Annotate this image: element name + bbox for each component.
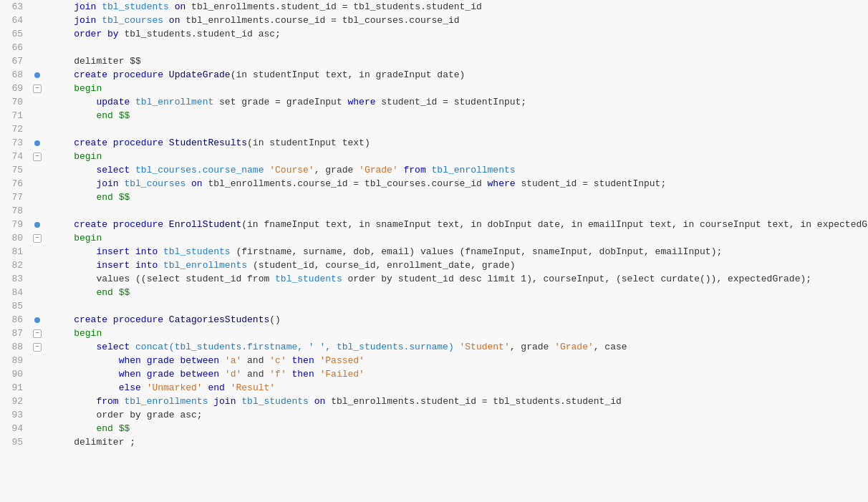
code-token: dobInput: [599, 246, 644, 257]
code-line: begin: [46, 327, 868, 340]
table-row: 92 from tbl_enrollments join tbl_student…: [0, 395, 868, 408]
table-row: 64 join tbl_courses on tbl_enrollments.c…: [0, 14, 868, 27]
code-token: order by student_id desc limit 1),: [342, 274, 544, 284]
code-line: [46, 122, 868, 136]
fold-icon[interactable]: −: [33, 234, 42, 243]
gutter-indicator[interactable]: [29, 68, 46, 82]
code-token: 'Result': [231, 382, 275, 393]
gutter-indicator[interactable]: [29, 218, 46, 231]
code-token: join: [96, 178, 124, 189]
code-token: order by: [74, 29, 124, 39]
code-token: tbl_enrollment: [135, 97, 213, 107]
gutter-indicator[interactable]: −: [29, 327, 46, 340]
code-token: on: [185, 178, 208, 189]
code-token: when grade between: [119, 369, 225, 380]
gutter-indicator[interactable]: −: [29, 231, 46, 245]
code-line: from tbl_enrollments join tbl_students o…: [46, 395, 868, 408]
code-line: begin: [46, 150, 868, 163]
line-number: 95: [0, 435, 29, 449]
line-number: 89: [0, 354, 29, 367]
code-token: end: [203, 382, 231, 393]
table-row: 76 join tbl_courses on tbl_enrollments.c…: [0, 177, 868, 190]
gutter-indicator: [29, 422, 46, 435]
code-token: tbl_courses: [124, 178, 185, 189]
line-number: 63: [0, 0, 29, 14]
code-token: CatagoriesStudents: [169, 314, 269, 325]
line-number: 71: [0, 109, 29, 122]
code-token: (student_id, course_id, enrollment_date,…: [247, 260, 515, 271]
line-number: 92: [0, 395, 29, 408]
gutter-indicator[interactable]: [29, 136, 46, 150]
code-token: 'Passed': [320, 355, 365, 366]
code-token: insert into: [96, 246, 163, 257]
fold-icon[interactable]: −: [33, 343, 42, 352]
gutter-indicator: [29, 367, 46, 381]
line-number: 81: [0, 245, 29, 259]
code-token: expectedGrade: [728, 274, 800, 284]
code-line: values ((select student_id from tbl_stud…: [46, 272, 868, 286]
table-row: 77 end $$: [0, 190, 868, 204]
code-token: text, in: [644, 219, 700, 230]
gutter-indicator[interactable]: [29, 313, 46, 327]
fold-icon[interactable]: −: [33, 329, 42, 338]
code-token: on: [163, 15, 185, 26]
code-token: tbl_students: [275, 274, 342, 284]
line-number: 80: [0, 231, 29, 245]
code-token: expectedGrade: [817, 219, 868, 230]
code-line: end $$: [46, 109, 868, 122]
fold-icon[interactable]: −: [33, 153, 42, 161]
line-number: 68: [0, 68, 29, 82]
code-token: date, in: [532, 219, 588, 230]
code-line: [46, 204, 868, 218]
table-row: 82 insert into tbl_enrollments (student_…: [0, 259, 868, 272]
table-row: 65 order by tbl_students.student_id asc;: [0, 27, 868, 41]
table-row: 67 delimiter $$: [0, 54, 868, 68]
code-token: 'Failed': [320, 369, 365, 380]
code-line: begin: [46, 231, 868, 245]
gutter-indicator[interactable]: −: [29, 150, 46, 163]
code-token: text, in: [320, 69, 376, 80]
code-token: studentInput: [269, 137, 337, 148]
code-token: 'Grade': [554, 342, 594, 352]
code-line: end $$: [46, 422, 868, 435]
code-token: 'd': [225, 369, 241, 380]
code-token: studentInput;: [454, 97, 526, 107]
gutter-indicator: [29, 27, 46, 41]
breakpoint-dot: [34, 222, 40, 228]
gutter-indicator: [29, 381, 46, 395]
gutter-indicator: [29, 54, 46, 68]
gutter-indicator[interactable]: −: [29, 82, 46, 95]
fold-icon[interactable]: −: [33, 85, 42, 93]
code-line: create procedure CatagoriesStudents(): [46, 313, 868, 327]
code-token: on: [309, 396, 331, 407]
code-token: order by grade asc;: [96, 410, 202, 420]
code-token: tbl_students: [241, 396, 309, 407]
code-token: (): [269, 314, 281, 325]
code-token: and: [241, 369, 269, 380]
code-token: ,: [521, 246, 532, 257]
table-row: 91 else 'Unmarked' end 'Result': [0, 381, 868, 395]
gutter-indicator: [29, 299, 46, 313]
gutter-indicator: [29, 0, 46, 14]
code-token: tbl_enrollments: [124, 396, 208, 407]
code-token: 'Unmarked': [147, 382, 203, 393]
code-token: dobInput: [488, 219, 532, 230]
code-token: snameInput: [376, 219, 432, 230]
code-line: delimiter $$: [46, 54, 868, 68]
code-token: set grade =: [213, 97, 286, 107]
code-line: end $$: [46, 286, 868, 299]
gutter-indicator: [29, 286, 46, 299]
breakpoint-dot: [34, 317, 40, 323]
code-token: values ((select student_id from: [96, 274, 275, 284]
code-token: delimiter $$: [74, 56, 141, 67]
gutter-indicator: [29, 395, 46, 408]
line-number: 88: [0, 340, 29, 354]
code-token: studentInput;: [594, 178, 666, 189]
code-token: tbl_students: [163, 246, 231, 257]
code-token: create procedure: [74, 314, 169, 325]
code-token: end $$: [96, 423, 130, 434]
line-number: 66: [0, 41, 29, 54]
line-number: 69: [0, 82, 29, 95]
gutter-indicator[interactable]: −: [29, 340, 46, 354]
code-token: tbl_enrollments.course_id = tbl_courses.…: [185, 15, 459, 26]
